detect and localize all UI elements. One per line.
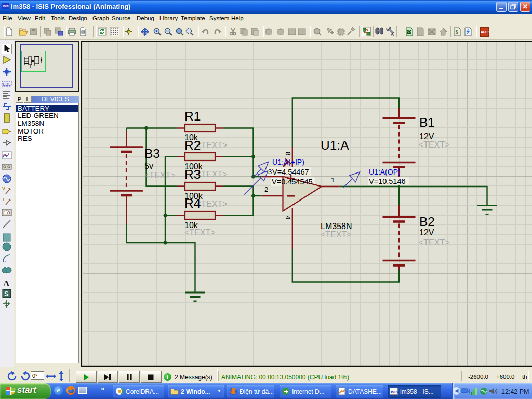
svg-text:100k: 100k	[184, 162, 203, 171]
svg-text:B3: B3	[144, 147, 160, 161]
svg-text:V=4.54467: V=4.54467	[272, 168, 309, 176]
svg-text:A: A	[3, 278, 10, 288]
svg-text:<TEXT>: <TEXT>	[321, 230, 352, 239]
svg-text:<TEXT>: <TEXT>	[196, 200, 228, 208]
svg-text:5v: 5v	[144, 162, 153, 170]
svg-text:<TEXT>: <TEXT>	[196, 141, 228, 150]
svg-text:$: $	[456, 29, 458, 35]
svg-text:8: 8	[284, 152, 292, 156]
svg-text:I: I	[3, 197, 4, 202]
svg-text:LM358N: LM358N	[321, 222, 352, 231]
svg-text:3: 3	[268, 168, 272, 176]
svg-text:12V: 12V	[419, 132, 434, 141]
svg-text:2: 2	[264, 185, 268, 193]
svg-text:<TEXT>: <TEXT>	[196, 170, 228, 179]
svg-text:U1:A: U1:A	[321, 138, 349, 152]
svg-text:LBL: LBL	[3, 82, 11, 87]
svg-text:<TEXT>: <TEXT>	[419, 140, 450, 149]
svg-text:A: A	[391, 32, 394, 36]
svg-text:V=0.454545: V=0.454545	[272, 178, 313, 186]
svg-text:10k: 10k	[184, 221, 198, 230]
svg-text:V: V	[2, 186, 5, 191]
svg-text:B2: B2	[419, 215, 435, 229]
svg-text:R1: R1	[184, 109, 201, 123]
svg-text:10k: 10k	[184, 133, 198, 142]
svg-text:12V: 12V	[419, 228, 434, 237]
svg-text:isis: isis	[391, 389, 398, 394]
svg-text:U1:A(OP): U1:A(OP)	[369, 168, 401, 176]
svg-text:1: 1	[331, 176, 335, 184]
svg-text:U1:A(+IP): U1:A(+IP)	[272, 158, 304, 166]
svg-text:4: 4	[284, 216, 292, 220]
svg-text:<TEXT>: <TEXT>	[144, 171, 176, 180]
svg-text:B1: B1	[419, 115, 435, 129]
svg-text:S: S	[4, 290, 9, 298]
svg-text:<TEXT>: <TEXT>	[419, 238, 450, 247]
svg-text:100k: 100k	[184, 192, 203, 201]
svg-text:V=10.5146: V=10.5146	[369, 177, 406, 185]
